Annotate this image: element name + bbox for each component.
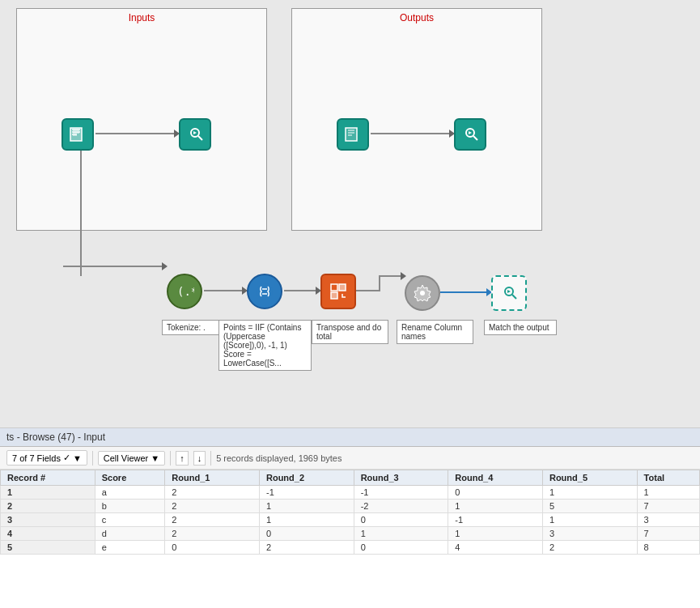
cell-score-1: a: [95, 486, 165, 500]
svg-line-4: [473, 136, 477, 140]
table-row: 4 d 2 0 1 1 3 7: [1, 527, 700, 541]
cell-record-3: 3: [1, 513, 95, 527]
table-row: 1 a 2 -1 -1 0 1 1: [1, 486, 700, 500]
col-round3: Round_3: [354, 470, 448, 486]
svg-point-10: [420, 291, 425, 295]
browse-header: ts - Browse (47) - Input: [0, 428, 700, 447]
sort-down-button[interactable]: ↓: [193, 451, 206, 466]
cell-viewer-dropdown[interactable]: Cell Viewer ▼: [98, 451, 165, 466]
cell-score-2: b: [95, 500, 165, 513]
records-status: 5 records displayed, 1969 bytes: [216, 453, 342, 463]
cell-r1-2: 2: [165, 500, 260, 513]
cell-r5-4: 3: [542, 527, 637, 541]
outputs-title: Outputs: [292, 9, 541, 27]
svg-point-6: [257, 283, 273, 300]
cell-r1-5: 0: [165, 541, 260, 555]
data-table: Record # Score Round_1 Round_2 Round_3 R…: [0, 470, 700, 555]
connector-formula-transpose: [284, 290, 318, 291]
cell-viewer-arrow: ▼: [151, 453, 159, 463]
formula-tool[interactable]: [247, 274, 282, 309]
cell-r5-3: 1: [542, 513, 637, 527]
input-browse-icon-1[interactable]: [62, 118, 94, 151]
cell-r5-5: 2: [542, 541, 637, 555]
divider-2: [170, 451, 171, 466]
cell-r5-2: 5: [542, 500, 637, 513]
cell-score-5: e: [95, 541, 165, 555]
fields-dropdown[interactable]: 7 of 7 Fields ✓ ▼: [6, 450, 87, 466]
arrow-to-regex: [162, 262, 168, 270]
divider-3: [210, 451, 211, 466]
cell-r1-4: 2: [165, 527, 260, 541]
cell-r3-5: 0: [354, 541, 448, 555]
browse-title: ts - Browse (47) - Input: [6, 432, 105, 443]
svg-line-12: [512, 295, 516, 299]
cell-total-2: 7: [637, 500, 699, 513]
cell-r4-3: -1: [448, 513, 543, 527]
cell-score-4: d: [95, 527, 165, 541]
match-tooltip: Match the output: [484, 320, 557, 335]
fields-label: 7 of 7 Fields: [12, 453, 61, 463]
cell-total-5: 8: [637, 541, 699, 555]
col-round1: Round_1: [165, 470, 260, 486]
col-round4: Round_4: [448, 470, 543, 486]
col-total: Total: [637, 470, 699, 486]
cell-r3-2: -2: [354, 500, 448, 513]
input-browse-icon-2[interactable]: [179, 118, 211, 151]
cell-r3-4: 1: [354, 527, 448, 541]
cell-total-1: 1: [637, 486, 699, 500]
cell-record-5: 5: [1, 541, 95, 555]
col-record: Record #: [1, 470, 95, 486]
cell-r4-5: 4: [448, 541, 543, 555]
table-container: Record # Score Round_1 Round_2 Round_3 R…: [0, 470, 700, 555]
inputs-container: Inputs: [16, 8, 267, 231]
cell-r2-4: 0: [259, 527, 354, 541]
cell-r2-1: -1: [259, 486, 354, 500]
svg-rect-9: [331, 292, 337, 299]
cell-r3-1: -1: [354, 486, 448, 500]
cell-record-1: 1: [1, 486, 95, 500]
inputs-title: Inputs: [17, 9, 266, 27]
cell-r2-5: 2: [259, 541, 354, 555]
workflow-canvas: Inputs Outputs: [0, 0, 700, 429]
table-row: 5 e 0 2 0 4 2 8: [1, 541, 700, 555]
toolbar-row: 7 of 7 Fields ✓ ▼ Cell Viewer ▼ ↑ ↓ 5 re…: [0, 447, 700, 470]
fields-check-icon: ✓: [63, 453, 70, 463]
cell-r1-3: 2: [165, 513, 260, 527]
connector-inputs: [95, 133, 176, 134]
sort-up-button[interactable]: ↑: [176, 451, 189, 466]
connector-regex-formula: [204, 290, 244, 291]
bottom-panel: ts - Browse (47) - Input 7 of 7 Fields ✓…: [0, 428, 700, 608]
output-browse-icon-1[interactable]: [337, 118, 369, 151]
fields-dropdown-arrow: ▼: [73, 453, 82, 463]
col-round2: Round_2: [259, 470, 354, 486]
cell-r1-1: 2: [165, 486, 260, 500]
transpose-tooltip: Transpose and do total: [312, 320, 388, 344]
cell-viewer-label: Cell Viewer: [104, 453, 148, 463]
cell-record-4: 4: [1, 527, 95, 541]
table-row: 2 b 2 1 -2 1 5 7: [1, 500, 700, 513]
transpose-tool[interactable]: [320, 274, 356, 309]
divider-1: [92, 451, 93, 466]
table-row: 3 c 2 1 0 -1 1 3: [1, 513, 700, 527]
output-browse-icon-2[interactable]: [454, 118, 486, 151]
connector-to-regex: [63, 266, 164, 267]
connector-v1: [379, 275, 380, 290]
header-row: Record # Score Round_1 Round_2 Round_3 R…: [1, 470, 700, 486]
col-score: Score: [95, 470, 165, 486]
cell-record-2: 2: [1, 500, 95, 513]
connector-h1: [356, 290, 380, 291]
cell-score-3: c: [95, 513, 165, 527]
match-output-tool[interactable]: [491, 275, 527, 311]
rename-tool[interactable]: [405, 275, 440, 311]
cell-r4-2: 1: [448, 500, 543, 513]
cell-total-3: 3: [637, 513, 699, 527]
cell-r3-3: 0: [354, 513, 448, 527]
regex-tool[interactable]: (.*): [167, 274, 202, 309]
table-body: 1 a 2 -1 -1 0 1 1 2 b 2 1 -2 1 5: [1, 486, 700, 555]
arrow-to-rename: [401, 272, 406, 280]
rename-tooltip: Rename Column names: [397, 320, 473, 344]
cell-total-4: 7: [637, 527, 699, 541]
tokenize-tooltip: Tokenize: .: [162, 320, 223, 335]
cell-r4-1: 0: [448, 486, 543, 500]
cell-r2-3: 1: [259, 513, 354, 527]
